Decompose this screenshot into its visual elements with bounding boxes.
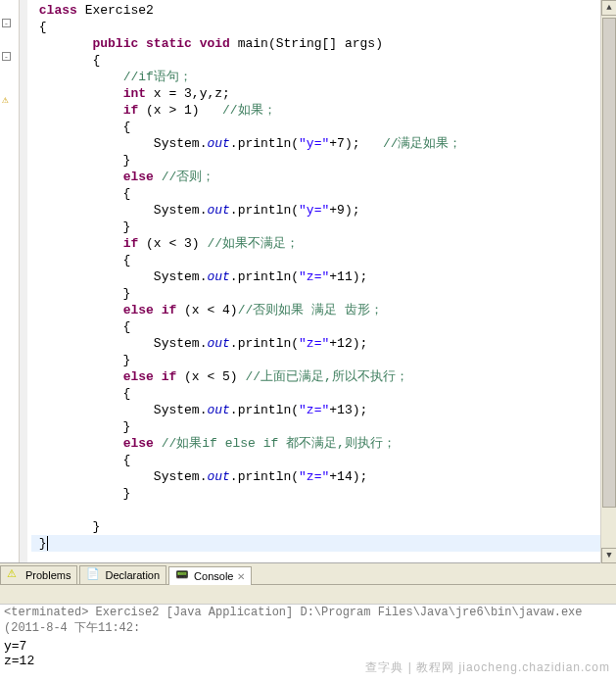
console-toolbar	[0, 585, 616, 605]
tab-label: Declaration	[105, 569, 160, 581]
fold-toggle[interactable]: -	[2, 19, 11, 27]
folding-ruler: - - ⚠	[0, 0, 20, 562]
console-output[interactable]: y=7 z=12	[0, 637, 616, 682]
scroll-down-button[interactable]: ▼	[601, 548, 616, 563]
tab-label: Console	[194, 570, 233, 582]
source-code[interactable]: class Exercise2 { public static void mai…	[27, 0, 616, 562]
fold-toggle[interactable]: -	[2, 52, 11, 61]
tab-label: Problems	[25, 569, 71, 581]
scroll-track[interactable]	[601, 16, 616, 548]
terminated-label: <terminated> Exercise2 [Java Application…	[0, 605, 616, 637]
text-cursor	[47, 536, 48, 551]
output-line: y=7	[4, 639, 612, 654]
declaration-icon	[86, 567, 102, 583]
gutter	[20, 0, 27, 562]
bottom-panel: Problems Declaration Console ✕ <terminat…	[0, 563, 616, 682]
tab-declaration[interactable]: Declaration	[79, 565, 166, 584]
vertical-scrollbar[interactable]: ▲ ▼	[600, 0, 616, 563]
tab-problems[interactable]: Problems	[0, 565, 77, 584]
close-icon[interactable]: ✕	[237, 571, 245, 582]
scroll-thumb[interactable]	[602, 18, 616, 508]
problems-icon	[7, 567, 23, 583]
tab-console[interactable]: Console ✕	[168, 566, 252, 585]
view-tabs: Problems Declaration Console ✕	[0, 563, 616, 585]
output-line: z=12	[4, 654, 612, 668]
console-icon	[175, 568, 191, 584]
warning-icon: ⚠	[2, 93, 16, 107]
editor-area: - - ⚠ class Exercise2 { public static vo…	[0, 0, 616, 563]
scroll-up-button[interactable]: ▲	[601, 0, 616, 16]
